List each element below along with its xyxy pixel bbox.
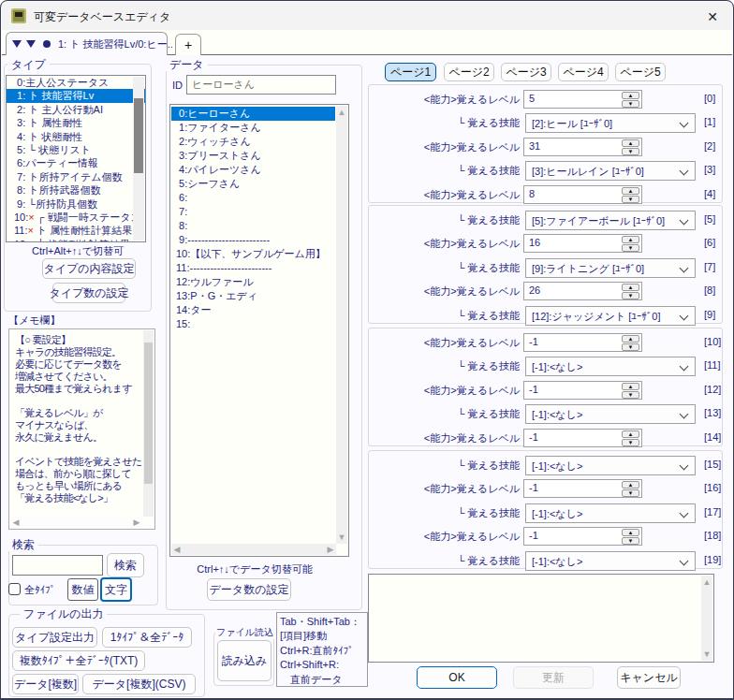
spin-up-icon[interactable]: ▲ [622,92,639,99]
data-list-scrollbar-h[interactable]: ◀ ▶ [171,544,336,555]
memo-scroll-left-icon[interactable]: ◀ [10,518,22,527]
spin-down-icon[interactable]: ▼ [622,196,639,203]
spin-down-icon[interactable]: ▼ [622,148,639,155]
data-list-item[interactable]: 15: [171,317,335,331]
data-list-item[interactable]: 7: [171,205,335,219]
skill-dropdown[interactable]: [-1]:<なし> [525,357,696,376]
search-input[interactable] [12,555,103,576]
data-list-item[interactable]: 10:【以下、サンプルゲーム用】 [171,247,335,261]
level-spinner[interactable]: -1▲▼ [523,381,642,400]
value-textarea[interactable]: ▲ ▼ [368,574,714,663]
data-count-settings-button[interactable]: データ数の設定 [207,578,291,601]
spin-up-icon[interactable]: ▲ [622,284,639,291]
data-list-item[interactable]: 12:ウルファール [171,275,335,289]
level-spinner[interactable]: -1▲▼ [523,527,642,546]
level-spinner[interactable]: -1▲▼ [523,479,642,498]
spin-down-icon[interactable]: ▼ [622,292,639,299]
data-list-item[interactable]: 11:------------------------ [171,261,335,275]
level-spinner[interactable]: 26▲▼ [523,282,642,300]
type-list-item[interactable]: 8: ト所持武器個数 [7,183,145,197]
type-list-item[interactable]: 12:× └ 状態耐性計算結果 [7,238,145,242]
type-list-item[interactable]: 6:パーティー情報 [7,156,145,169]
type-list-scroll-thumb[interactable] [134,98,143,173]
type-list-item[interactable]: 7: ト所持アイテム個数 [7,170,145,183]
update-button[interactable]: 更新 [513,666,594,689]
level-spinner[interactable]: 8▲▼ [523,185,642,204]
memo-scrollbar-v[interactable] [143,330,154,517]
data-list-item[interactable]: 14:ター [171,303,335,317]
data-multi-csv-button[interactable]: データ[複数](CSV) [82,674,196,694]
search-numeric-button[interactable]: 数値 [67,578,98,601]
data-list-item[interactable]: 1:ファイターさん [171,121,335,135]
memo-scrollbar-h[interactable]: ◀ ▶ [10,517,142,528]
data-list-item[interactable]: 9:------------------------ [171,233,335,247]
data-list-item[interactable]: 6: [171,191,335,205]
load-button[interactable]: 読み込み [217,640,272,681]
close-button[interactable]: ✕ [698,6,727,28]
spin-up-icon[interactable]: ▲ [622,335,639,343]
type-list-item[interactable]: 4: ト 状態耐性 [7,130,145,143]
page-button-3[interactable]: ページ3 [501,63,551,81]
data-list-item[interactable]: 5:シーフさん [171,177,335,191]
skill-dropdown[interactable]: [-1]:<なし> [525,456,696,475]
type-content-settings-button[interactable]: タイプの内容設定 [42,258,136,279]
cancel-button[interactable]: キャンセル [617,666,681,689]
page-button-5[interactable]: ページ5 [615,63,666,81]
memo-box[interactable]: 【○ 要設定】キャラの技能習得設定。必要に応じてデータ数を増減させてください。最… [8,328,155,530]
type-count-settings-button[interactable]: タイプ数の設定 [52,283,125,303]
data-scroll-left-icon[interactable]: ◀ [171,545,183,554]
textarea-scroll-up-icon[interactable]: ▲ [701,577,712,587]
data-list-item[interactable]: 2:ウィッチさん [171,135,335,149]
data-list[interactable]: 0:ヒーローさん 1:ファイターさん 2:ウィッチさん 3:プリーストさん 4:… [169,104,349,557]
type-list-scrollbar[interactable] [133,77,144,241]
add-tab-button[interactable]: + [175,34,201,55]
spin-down-icon[interactable]: ▼ [622,100,639,108]
type-settings-output-button[interactable]: タイプ設定出力 [12,627,97,648]
level-spinner[interactable]: -1▲▼ [523,429,642,447]
spin-up-icon[interactable]: ▲ [622,430,639,438]
textarea-scroll-down-icon[interactable]: ▼ [701,649,712,659]
data-scroll-right-icon[interactable]: ▶ [325,545,336,554]
tab-active[interactable]: 1: ト 技能習得Lv/0:ヒー.. [6,32,168,55]
spin-down-icon[interactable]: ▼ [622,244,639,252]
type-list-item[interactable]: 2: ト 主人公行動AI [7,103,145,116]
page-button-2[interactable]: ページ2 [444,63,494,81]
spin-down-icon[interactable]: ▼ [622,537,639,545]
data-list-item[interactable]: 0:ヒーローさん [171,107,335,121]
level-spinner[interactable]: 5▲▼ [523,90,642,109]
id-input[interactable]: ヒーローさん [186,75,336,95]
data-multi-button[interactable]: データ[複数] [12,674,79,694]
collapse-arrow-icon-1[interactable] [12,40,22,48]
data-list-item[interactable]: 4:パイレーツさん [171,163,335,177]
memo-scroll-thumb[interactable] [144,343,153,484]
level-spinner[interactable]: -1▲▼ [523,333,642,352]
ok-button[interactable]: OK [417,666,497,689]
collapse-arrow-icon-2[interactable] [26,40,36,48]
one-type-all-data-button[interactable]: 1ﾀｲﾌﾟ＆全ﾃﾞｰﾀ [102,627,192,648]
spin-up-icon[interactable]: ▲ [622,139,639,147]
skill-dropdown[interactable]: [3]:ヒールレイン [ﾕｰｻﾞ0] [525,161,696,181]
spin-up-icon[interactable]: ▲ [622,187,639,195]
data-list-scrollbar-v[interactable]: ▲ ▼ [336,106,347,544]
skill-dropdown[interactable]: [5]:ファイアーボール [ﾕｰｻﾞ0] [525,211,696,230]
search-text-button[interactable]: 文字 [100,577,132,602]
type-list[interactable]: 0:主人公ステータス 1: ト 技能習得Lv 2: ト 主人公行動AI 3: ト… [6,75,146,242]
type-list-item[interactable]: 3: ト 属性耐性 [7,116,145,129]
spin-up-icon[interactable]: ▲ [622,481,639,489]
spin-up-icon[interactable]: ▲ [622,236,639,243]
page-button-4[interactable]: ページ4 [558,63,609,81]
data-scroll-up-icon[interactable]: ▲ [336,108,347,117]
spin-up-icon[interactable]: ▲ [622,383,639,390]
spin-down-icon[interactable]: ▼ [622,489,639,497]
page-button-1[interactable]: ページ1 [385,63,436,81]
skill-dropdown[interactable]: [12]:ジャッジメント [ﾕｰｻﾞ0] [525,306,696,326]
skill-dropdown[interactable]: [2]:ヒール [ﾕｰｻﾞ0] [525,113,696,133]
spin-down-icon[interactable]: ▼ [622,439,639,446]
skill-dropdown[interactable]: [-1]:<なし> [525,404,696,424]
all-types-checkbox[interactable] [8,583,21,595]
skill-dropdown[interactable]: [-1]:<なし> [525,503,696,523]
data-list-item[interactable]: 13:P・G・エディ [171,289,335,303]
memo-scroll-right-icon[interactable]: ▶ [131,518,142,527]
skill-dropdown[interactable]: [-1]:<なし> [525,551,696,571]
data-scroll-down-icon[interactable]: ▼ [336,532,347,542]
